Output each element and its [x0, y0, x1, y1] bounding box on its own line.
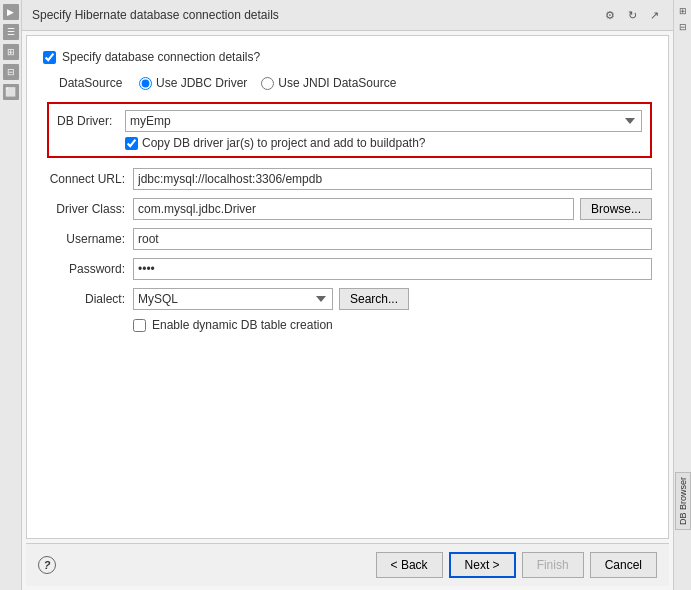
footer-buttons: < Back Next > Finish Cancel [376, 552, 657, 578]
db-browser-tab[interactable]: DB Browser [675, 472, 691, 530]
dialog-body: Specify database connection details? Dat… [26, 35, 669, 539]
use-jdbc-label: Use JDBC Driver [156, 76, 247, 90]
specify-connection-label: Specify database connection details? [62, 50, 260, 64]
driver-class-row: Driver Class: Browse... [43, 198, 652, 220]
sidebar-icon-1[interactable]: ▶ [3, 4, 19, 20]
back-button[interactable]: < Back [376, 552, 443, 578]
dialect-label: Dialect: [43, 292, 133, 306]
copy-jar-label: Copy DB driver jar(s) to project and add… [142, 136, 425, 150]
right-sidebar-icon-1[interactable]: ⊞ [677, 4, 689, 18]
username-label: Username: [43, 232, 133, 246]
driver-class-label: Driver Class: [43, 202, 133, 216]
enable-dynamic-label: Enable dynamic DB table creation [152, 318, 333, 332]
password-row: Password: [43, 258, 652, 280]
specify-connection-row: Specify database connection details? [43, 50, 652, 64]
connect-url-label: Connect URL: [43, 172, 133, 186]
next-button[interactable]: Next > [449, 552, 516, 578]
use-jndi-radio[interactable] [261, 77, 274, 90]
browse-button[interactable]: Browse... [580, 198, 652, 220]
right-sidebar-icon-2[interactable]: ⊟ [677, 20, 689, 34]
copy-jar-row: Copy DB driver jar(s) to project and add… [125, 136, 642, 150]
header-icon-arrow[interactable]: ↗ [645, 6, 663, 24]
password-label: Password: [43, 262, 133, 276]
left-sidebar: ▶ ☰ ⊞ ⊟ ⬜ [0, 0, 22, 590]
header-icon-refresh[interactable]: ↻ [623, 6, 641, 24]
db-driver-row: DB Driver: myEmp [57, 110, 642, 132]
search-button[interactable]: Search... [339, 288, 409, 310]
finish-button[interactable]: Finish [522, 552, 584, 578]
datasource-label: DataSource [59, 76, 129, 90]
connect-url-row: Connect URL: [43, 168, 652, 190]
enable-dynamic-checkbox[interactable] [133, 319, 146, 332]
dialog-title: Specify Hibernate database connection de… [32, 8, 279, 22]
dialect-row: Dialect: MySQL Search... [43, 288, 652, 310]
db-driver-label: DB Driver: [57, 114, 125, 128]
username-row: Username: [43, 228, 652, 250]
dialog-footer: ? < Back Next > Finish Cancel [26, 543, 669, 586]
copy-jar-checkbox[interactable] [125, 137, 138, 150]
datasource-row: DataSource Use JDBC Driver Use JNDI Data… [59, 76, 652, 90]
datasource-radio-group: Use JDBC Driver Use JNDI DataSource [139, 76, 396, 90]
sidebar-icon-4[interactable]: ⊟ [3, 64, 19, 80]
username-input[interactable] [133, 228, 652, 250]
right-sidebar: ⊞ ⊟ DB Browser [673, 0, 691, 590]
connect-url-input[interactable] [133, 168, 652, 190]
use-jndi-label: Use JNDI DataSource [278, 76, 396, 90]
driver-class-input[interactable] [133, 198, 574, 220]
main-content: Specify Hibernate database connection de… [22, 0, 673, 590]
use-jdbc-option[interactable]: Use JDBC Driver [139, 76, 247, 90]
dialog-header: Specify Hibernate database connection de… [22, 0, 673, 31]
specify-connection-checkbox[interactable] [43, 51, 56, 64]
db-driver-dropdown[interactable]: myEmp [125, 110, 642, 132]
use-jndi-option[interactable]: Use JNDI DataSource [261, 76, 396, 90]
use-jdbc-radio[interactable] [139, 77, 152, 90]
cancel-button[interactable]: Cancel [590, 552, 657, 578]
sidebar-icon-2[interactable]: ☰ [3, 24, 19, 40]
footer-left: ? [38, 556, 56, 574]
header-icon-gear[interactable]: ⚙ [601, 6, 619, 24]
db-driver-section: DB Driver: myEmp Copy DB driver jar(s) t… [47, 102, 652, 158]
password-input[interactable] [133, 258, 652, 280]
sidebar-icon-5[interactable]: ⬜ [3, 84, 19, 100]
sidebar-icon-3[interactable]: ⊞ [3, 44, 19, 60]
help-icon[interactable]: ? [38, 556, 56, 574]
enable-dynamic-row: Enable dynamic DB table creation [133, 318, 652, 332]
dialect-dropdown[interactable]: MySQL [133, 288, 333, 310]
header-icons: ⚙ ↻ ↗ [601, 6, 663, 24]
